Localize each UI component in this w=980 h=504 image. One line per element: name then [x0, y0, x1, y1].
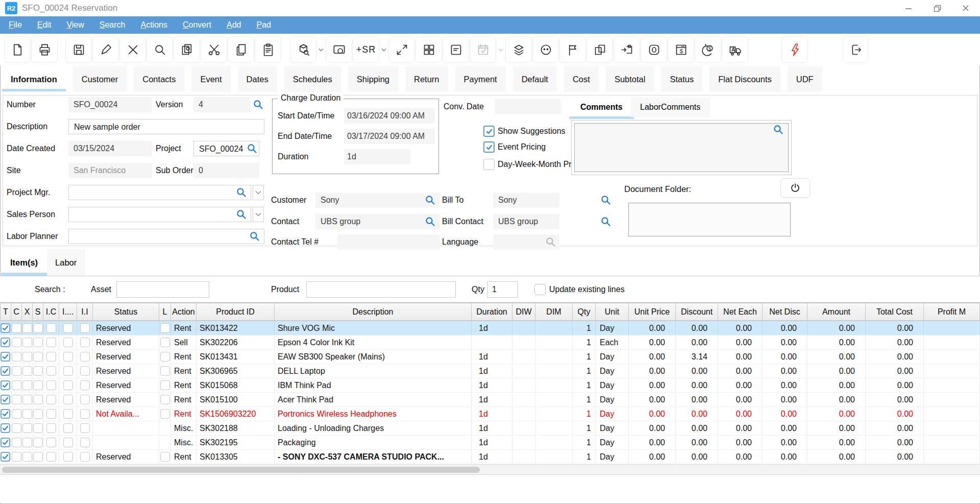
row-s-checkbox[interactable]: [33, 395, 43, 404]
row-s-checkbox[interactable]: [33, 452, 43, 462]
add-sr-button[interactable]: +SR: [353, 36, 379, 63]
row-idots-checkbox[interactable]: [63, 323, 73, 333]
row-x-checkbox[interactable]: [22, 323, 32, 333]
row-t-checkbox[interactable]: [1, 452, 10, 462]
row-ii-checkbox[interactable]: [80, 366, 90, 376]
screen-search-icon[interactable]: [326, 36, 352, 63]
tab-cost[interactable]: Cost: [564, 66, 599, 92]
table-row[interactable]: Misc.SK302188Loading - Unloading Charges…: [0, 421, 980, 436]
row-c-checkbox[interactable]: [12, 452, 21, 462]
col-header-x[interactable]: X: [22, 303, 33, 321]
table-row[interactable]: ReservedSellSK302206Epson 4 Color Ink Ki…: [0, 335, 980, 350]
show-suggestions-checkbox[interactable]: [483, 126, 495, 137]
description-field[interactable]: New sample order: [68, 119, 264, 134]
note-icon[interactable]: [443, 36, 469, 63]
row-ic-checkbox[interactable]: [46, 409, 56, 419]
tab-subtotal[interactable]: Subtotal: [606, 66, 654, 92]
col-header-unit[interactable]: Unit: [596, 303, 629, 321]
tab-dates[interactable]: Dates: [238, 66, 277, 92]
row-idots-checkbox[interactable]: [63, 380, 73, 390]
labor-planner-field[interactable]: [68, 229, 264, 244]
row-t-checkbox[interactable]: [1, 438, 10, 447]
row-ii-checkbox[interactable]: [80, 423, 90, 433]
col-header-action[interactable]: Action: [171, 303, 197, 321]
col-header-i-i[interactable]: I.I: [77, 303, 93, 321]
col-header-total-cost[interactable]: Total Cost: [866, 303, 924, 321]
save-icon[interactable]: [65, 36, 92, 63]
tab-return[interactable]: Return: [405, 66, 448, 92]
tab-laborcomments[interactable]: LaborComments: [631, 98, 709, 117]
row-x-checkbox[interactable]: [22, 423, 32, 433]
row-ic-checkbox[interactable]: [46, 323, 56, 333]
smiley-icon[interactable]: [532, 36, 559, 63]
bill-to-search-icon[interactable]: [600, 195, 611, 206]
row-ii-checkbox[interactable]: [80, 452, 90, 462]
expand-arrows-icon[interactable]: [388, 36, 415, 63]
row-t-checkbox[interactable]: [1, 352, 10, 362]
project-search-icon[interactable]: [247, 143, 258, 154]
col-header-diw[interactable]: DIW: [512, 303, 535, 321]
row-s-checkbox[interactable]: [33, 423, 43, 433]
menu-item-pad[interactable]: Pad: [249, 16, 278, 34]
document-folder-box[interactable]: [628, 203, 791, 236]
row-idots-checkbox[interactable]: [63, 352, 73, 362]
row-l-checkbox[interactable]: [160, 409, 170, 419]
row-ii-checkbox[interactable]: [80, 395, 90, 404]
row-c-checkbox[interactable]: [12, 395, 21, 404]
update-existing-lines-checkbox[interactable]: [534, 284, 546, 295]
col-header-i-c[interactable]: I.C: [43, 303, 59, 321]
row-ic-checkbox[interactable]: [46, 423, 56, 433]
row-s-checkbox[interactable]: [33, 380, 43, 390]
col-header-dim[interactable]: DIM: [535, 303, 573, 321]
col-header-c[interactable]: C: [11, 303, 22, 321]
row-c-checkbox[interactable]: [12, 380, 21, 390]
calendar-check-dropdown[interactable]: [497, 36, 505, 63]
row-idots-checkbox[interactable]: [63, 438, 73, 447]
row-x-checkbox[interactable]: [22, 409, 32, 419]
row-ic-checkbox[interactable]: [46, 338, 56, 347]
tab-schedules[interactable]: Schedules: [284, 66, 341, 92]
menu-item-edit[interactable]: Edit: [30, 16, 59, 34]
row-x-checkbox[interactable]: [22, 452, 32, 462]
qty-input[interactable]: 1: [487, 281, 518, 298]
event-pricing-checkbox[interactable]: [483, 141, 495, 153]
horizontal-scrollbar[interactable]: [0, 464, 980, 474]
table-row[interactable]: ReservedRentSK013305- SONY DXC-537 CAMER…: [0, 450, 980, 464]
tab-udf[interactable]: UDF: [788, 66, 822, 92]
copy-special-icon[interactable]: [174, 36, 200, 63]
row-t-checkbox[interactable]: [1, 380, 10, 390]
col-header-net-disc[interactable]: Net Disc: [763, 303, 807, 321]
tab-status[interactable]: Status: [661, 66, 702, 92]
language-search-icon[interactable]: [545, 236, 556, 248]
row-s-checkbox[interactable]: [33, 352, 43, 362]
row-l-checkbox[interactable]: [160, 338, 170, 347]
col-header-duration[interactable]: Duration: [472, 303, 512, 321]
table-row[interactable]: ReservedRentSK015068IBM Think Pad1d1Day0…: [0, 378, 980, 393]
calendar-check-icon[interactable]: [470, 36, 496, 63]
table-row[interactable]: Not Availa...RentSK1506903220Portronics …: [0, 407, 980, 421]
table-row[interactable]: ReservedRentSK013422Shure VOG Mic1d1Day0…: [0, 321, 980, 335]
tab-default[interactable]: Default: [513, 66, 557, 92]
edit-pencil-icon[interactable]: [92, 36, 119, 63]
row-c-checkbox[interactable]: [12, 423, 21, 433]
row-t-checkbox[interactable]: [1, 323, 10, 333]
col-header-i[interactable]: I....: [59, 303, 77, 321]
row-s-checkbox[interactable]: [33, 323, 43, 333]
row-l-checkbox[interactable]: [160, 352, 170, 362]
project-mgr-field[interactable]: [68, 185, 251, 200]
row-ic-checkbox[interactable]: [46, 380, 56, 390]
row-x-checkbox[interactable]: [22, 338, 32, 347]
row-c-checkbox[interactable]: [12, 338, 21, 347]
row-l-checkbox[interactable]: [160, 452, 170, 462]
new-document-icon[interactable]: [4, 36, 31, 63]
add-sr-dropdown[interactable]: [380, 36, 388, 63]
sales-person-dropdown[interactable]: [253, 207, 264, 222]
menu-item-view[interactable]: View: [59, 16, 91, 34]
delete-x-icon[interactable]: [119, 36, 146, 63]
row-ii-checkbox[interactable]: [80, 323, 90, 333]
scrollbar-thumb[interactable]: [2, 467, 480, 473]
col-header-net-each[interactable]: Net Each: [718, 303, 763, 321]
row-ii-checkbox[interactable]: [80, 409, 90, 419]
row-l-checkbox[interactable]: [160, 395, 170, 404]
close-button[interactable]: [951, 0, 980, 16]
